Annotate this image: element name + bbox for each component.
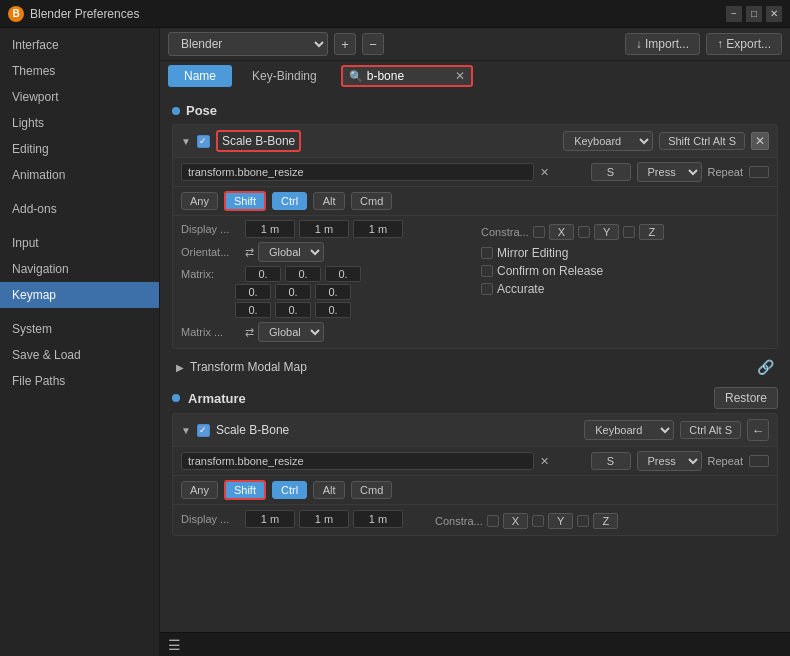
- matrix-orient-label: Matrix ...: [181, 326, 241, 338]
- search-icon: 🔍: [349, 70, 363, 83]
- axis-x-btn-1[interactable]: X: [549, 224, 574, 240]
- armature-display-x: 1 m: [245, 510, 295, 528]
- sidebar-item-interface[interactable]: Interface: [0, 32, 159, 58]
- tabbar: Name Key-Binding 🔍 ✕: [160, 61, 790, 91]
- display-z: 1 m: [353, 220, 403, 238]
- matrix-orient-select-1[interactable]: Global: [258, 322, 324, 342]
- mirror-checkbox-1[interactable]: [481, 247, 493, 259]
- confirm-checkbox-1[interactable]: [481, 265, 493, 277]
- display-x: 1 m: [245, 220, 295, 238]
- sidebar-item-input[interactable]: Input: [0, 230, 159, 256]
- pose-keycombo-btn-1[interactable]: Shift Ctrl Alt S: [659, 132, 745, 150]
- pose-ctrl-btn-1[interactable]: Ctrl: [272, 192, 307, 210]
- pose-binding-clear-1[interactable]: ✕: [540, 166, 549, 179]
- sidebar-item-navigation[interactable]: Navigation: [0, 256, 159, 282]
- export-button[interactable]: ↑ Export...: [706, 33, 782, 55]
- sidebar-item-addons[interactable]: Add-ons: [0, 196, 159, 222]
- import-button[interactable]: ↓ Import...: [625, 33, 700, 55]
- armature-event-type-select-1[interactable]: Press: [637, 451, 702, 471]
- armature-any-btn-1[interactable]: Any: [181, 481, 218, 499]
- content-area: Pose ▼ ✓ Scale B-Bone Keyboard Shift Ctr…: [160, 91, 790, 632]
- armature-item-checkbox-1[interactable]: ✓: [197, 424, 210, 437]
- armature-binding-input-1[interactable]: [181, 452, 534, 470]
- confirm-label-1: Confirm on Release: [497, 264, 603, 278]
- sidebar-item-keymap[interactable]: Keymap: [0, 282, 159, 308]
- main-content: Blender + − ↓ Import... ↑ Export... Name…: [160, 28, 790, 656]
- matrix-label: Matrix:: [181, 268, 241, 280]
- armature-bullet: [172, 394, 180, 402]
- tab-keybinding[interactable]: Key-Binding: [236, 65, 333, 87]
- window-controls: − □ ✕: [726, 6, 782, 22]
- restore-button[interactable]: Restore: [714, 387, 778, 409]
- armature-device-select-1[interactable]: Keyboard: [584, 420, 674, 440]
- pose-section-bullet: [172, 107, 180, 115]
- window-title: Blender Preferences: [30, 7, 720, 21]
- armature-keymap-item-1: ▼ ✓ Scale B-Bone Keyboard Ctrl Alt S ← ✕: [172, 413, 778, 536]
- link-icon: 🔗: [757, 359, 774, 375]
- armature-binding-clear-1[interactable]: ✕: [540, 455, 549, 468]
- armature-details-row-1: Display ... 1 m 1 m 1 m Constra... X: [173, 504, 777, 535]
- menu-icon[interactable]: ☰: [168, 637, 181, 653]
- expand-arrow-armature-1[interactable]: ▼: [181, 425, 191, 436]
- sidebar-item-file-paths[interactable]: File Paths: [0, 368, 159, 394]
- tab-name[interactable]: Name: [168, 65, 232, 87]
- search-input[interactable]: [367, 69, 447, 83]
- armature-shift-btn-1[interactable]: Shift: [224, 480, 266, 500]
- sidebar-item-animation[interactable]: Animation: [0, 162, 159, 188]
- armature-item-name-1: Scale B-Bone: [216, 423, 289, 437]
- armature-axis-z-btn[interactable]: Z: [593, 513, 618, 529]
- armature-section-header: Armature Restore: [172, 387, 778, 409]
- pose-alt-btn-1[interactable]: Alt: [313, 192, 345, 210]
- armature-cmd-btn-1[interactable]: Cmd: [351, 481, 392, 499]
- expand-arrow-pose-1[interactable]: ▼: [181, 136, 191, 147]
- transform-modal-header[interactable]: ▶ Transform Modal Map 🔗: [172, 355, 778, 379]
- display-y: 1 m: [299, 220, 349, 238]
- pose-event-type-select-1[interactable]: Press: [637, 162, 702, 182]
- pose-shift-btn-1[interactable]: Shift: [224, 191, 266, 211]
- constraint-label-1: Constra...: [481, 226, 529, 238]
- pose-keymap-item-1: ▼ ✓ Scale B-Bone Keyboard Shift Ctrl Alt…: [172, 124, 778, 349]
- sidebar-item-themes[interactable]: Themes: [0, 58, 159, 84]
- pose-binding-input-1[interactable]: [181, 163, 534, 181]
- armature-keycombo-btn-1[interactable]: Ctrl Alt S: [680, 421, 741, 439]
- pose-remove-btn-1[interactable]: ✕: [751, 132, 769, 150]
- search-clear-button[interactable]: ✕: [455, 69, 465, 83]
- armature-axis-x-btn[interactable]: X: [503, 513, 528, 529]
- sidebar-item-save-load[interactable]: Save & Load: [0, 342, 159, 368]
- orient-select-1[interactable]: Global: [258, 242, 324, 262]
- preset-select[interactable]: Blender: [168, 32, 328, 56]
- minimize-button[interactable]: −: [726, 6, 742, 22]
- matrix-orient-icon: ⇄: [245, 326, 254, 339]
- armature-title: Armature: [188, 391, 246, 406]
- display-label: Display ...: [181, 223, 241, 235]
- orient-label: Orientat...: [181, 246, 241, 258]
- pose-key-type-input-1[interactable]: [591, 163, 631, 181]
- armature-key-type-input-1[interactable]: [591, 452, 631, 470]
- sidebar-item-lights[interactable]: Lights: [0, 110, 159, 136]
- accurate-checkbox-1[interactable]: [481, 283, 493, 295]
- armature-alt-btn-1[interactable]: Alt: [313, 481, 345, 499]
- add-preset-button[interactable]: +: [334, 33, 356, 55]
- close-button[interactable]: ✕: [766, 6, 782, 22]
- sidebar-item-editing[interactable]: Editing: [0, 136, 159, 162]
- remove-preset-button[interactable]: −: [362, 33, 384, 55]
- pose-repeat-label-1: Repeat: [708, 166, 743, 178]
- armature-axis-y-btn[interactable]: Y: [548, 513, 573, 529]
- axis-y-btn-1[interactable]: Y: [594, 224, 619, 240]
- armature-display-y: 1 m: [299, 510, 349, 528]
- transform-modal-title: Transform Modal Map: [190, 360, 307, 374]
- armature-binding-row-1: ✕ Press Repeat: [173, 446, 777, 475]
- maximize-button[interactable]: □: [746, 6, 762, 22]
- pose-item-checkbox-1[interactable]: ✓: [197, 135, 210, 148]
- armature-back-btn-1[interactable]: ←: [747, 419, 769, 441]
- pose-item-name-1: Scale B-Bone: [216, 130, 301, 152]
- bottombar: ☰: [160, 632, 790, 656]
- axis-z-btn-1[interactable]: Z: [639, 224, 664, 240]
- pose-device-select-1[interactable]: Keyboard: [563, 131, 653, 151]
- sidebar-item-viewport[interactable]: Viewport: [0, 84, 159, 110]
- orient-icon: ⇄: [245, 246, 254, 259]
- pose-any-btn-1[interactable]: Any: [181, 192, 218, 210]
- armature-ctrl-btn-1[interactable]: Ctrl: [272, 481, 307, 499]
- sidebar-item-system[interactable]: System: [0, 316, 159, 342]
- pose-cmd-btn-1[interactable]: Cmd: [351, 192, 392, 210]
